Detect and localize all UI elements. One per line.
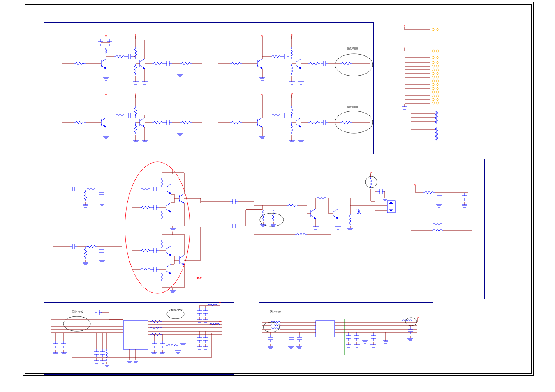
schematic-sheet: 匹配电阻 匹配电阻 更改 网络变改 网络变改 网络变改 (0, 0, 555, 392)
svg-point-4 (365, 176, 377, 188)
mid-right-filters (411, 185, 481, 238)
amp-stage-4 (218, 90, 374, 151)
mid-left-inputs (53, 181, 136, 284)
mid-diff-pairs (132, 166, 206, 294)
port-list-bottom (411, 111, 456, 144)
svg-rect-14 (123, 321, 148, 349)
amp-stage-3 (218, 31, 374, 92)
port-list-top (403, 24, 452, 110)
svg-rect-15 (316, 321, 335, 337)
mid-chain (201, 189, 403, 259)
amp-stage-2 (62, 90, 210, 151)
svg-point-12 (404, 47, 405, 48)
ic-block-left (47, 304, 232, 372)
ic-block-right (262, 306, 431, 355)
amp-stage-1 (62, 31, 210, 92)
svg-point-11 (404, 26, 405, 27)
